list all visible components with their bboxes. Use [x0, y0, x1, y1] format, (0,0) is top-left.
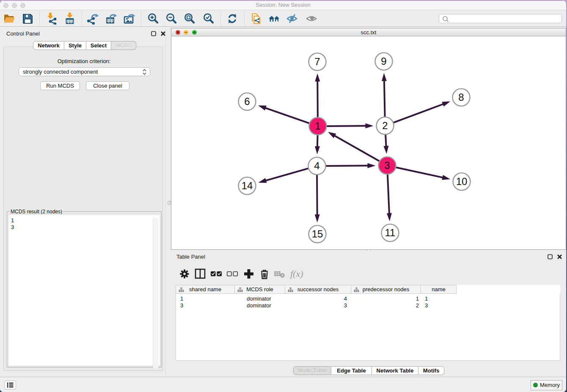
svg-text:4: 4 — [314, 160, 319, 171]
svg-text:3: 3 — [384, 160, 390, 171]
svg-text:1: 1 — [315, 120, 320, 132]
svg-text:2: 2 — [382, 120, 388, 131]
svg-text:10: 10 — [456, 176, 468, 187]
svg-text:11: 11 — [385, 227, 396, 238]
svg-text:8: 8 — [458, 91, 464, 103]
svg-text:14: 14 — [242, 180, 253, 191]
svg-text:6: 6 — [244, 96, 250, 107]
svg-text:15: 15 — [312, 228, 323, 240]
svg-text:9: 9 — [381, 55, 386, 67]
svg-text:7: 7 — [314, 56, 320, 67]
